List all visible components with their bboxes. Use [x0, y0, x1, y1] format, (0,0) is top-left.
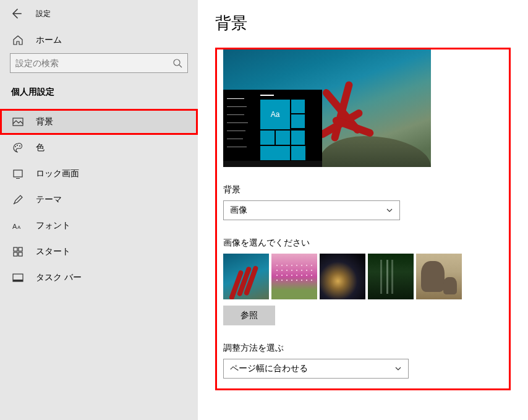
taskbar-icon — [12, 272, 23, 283]
svg-rect-11 — [14, 252, 17, 256]
nav-label: 背景 — [36, 116, 53, 127]
home-nav[interactable]: ホーム — [0, 27, 198, 53]
svg-text:A: A — [12, 223, 17, 230]
svg-rect-10 — [19, 247, 22, 251]
svg-rect-5 — [14, 170, 22, 177]
back-arrow-icon — [10, 7, 22, 20]
nav-label: タスク バー — [36, 272, 82, 283]
thumbnail-4[interactable] — [368, 254, 414, 299]
nav-label: テーマ — [36, 194, 62, 205]
thumbnail-2[interactable] — [271, 254, 317, 299]
nav-lockscreen[interactable]: ロック画面 — [0, 161, 198, 187]
svg-point-3 — [17, 145, 18, 146]
svg-point-2 — [15, 146, 16, 147]
nav-label: ロック画面 — [36, 168, 79, 179]
header-row: 設定 — [0, 0, 198, 27]
fit-dropdown[interactable]: ページ幅に合わせる — [223, 359, 409, 379]
thumbnail-1[interactable] — [223, 254, 269, 299]
choose-image-label: 画像を選んでください — [223, 238, 503, 249]
nav-fonts[interactable]: AA フォント — [0, 213, 198, 239]
nav-taskbar[interactable]: タスク バー — [0, 265, 198, 291]
dropdown-value: 画像 — [230, 205, 247, 216]
nav-label: 色 — [36, 142, 45, 153]
chevron-down-icon — [394, 365, 402, 372]
image-thumbnails — [223, 254, 503, 299]
font-icon: AA — [12, 220, 23, 231]
section-title: 個人用設定 — [0, 82, 198, 109]
nav-themes[interactable]: テーマ — [0, 187, 198, 213]
thumbnail-3[interactable] — [320, 254, 365, 299]
fit-label: 調整方法を選ぶ — [223, 343, 503, 354]
content-area: Aa 背景 画像 画像を選んでください 参照 調整方法を選ぶ ページ幅に合わせ — [215, 48, 511, 390]
start-icon — [12, 246, 23, 257]
nav-color[interactable]: 色 — [0, 135, 198, 161]
palette-icon — [12, 142, 23, 153]
background-type-label: 背景 — [223, 184, 503, 195]
search-icon — [172, 58, 182, 68]
nav-start[interactable]: スタート — [0, 239, 198, 265]
background-type-dropdown[interactable]: 画像 — [223, 200, 400, 220]
desktop-preview: Aa — [223, 49, 431, 167]
nav-label: スタート — [36, 246, 70, 257]
search-box[interactable] — [10, 53, 188, 73]
back-button[interactable] — [10, 7, 22, 20]
search-container — [0, 53, 198, 82]
svg-point-0 — [174, 59, 180, 66]
preview-tile-text: Aa — [260, 100, 290, 129]
brush-icon — [12, 194, 23, 205]
sidebar: 設定 ホーム 個人用設定 背景 色 ロック画面 テー — [0, 0, 198, 420]
home-label: ホーム — [36, 35, 62, 46]
svg-point-4 — [19, 145, 20, 147]
browse-button[interactable]: 参照 — [223, 306, 275, 325]
start-menu-mock: Aa — [223, 90, 322, 167]
main-content: 背景 Aa — [198, 0, 528, 420]
svg-rect-12 — [19, 252, 22, 256]
nav-label: フォント — [36, 220, 70, 231]
picture-icon — [12, 116, 23, 127]
svg-rect-14 — [13, 280, 23, 281]
thumbnail-5[interactable] — [416, 254, 462, 299]
svg-rect-6 — [16, 178, 20, 179]
search-input[interactable] — [15, 58, 172, 68]
dropdown-value: ページ幅に合わせる — [230, 363, 308, 374]
lockscreen-icon — [12, 168, 23, 179]
window-title: 設定 — [36, 9, 51, 19]
svg-rect-9 — [14, 247, 17, 251]
chevron-down-icon — [386, 207, 393, 214]
svg-text:A: A — [17, 225, 21, 230]
page-title: 背景 — [215, 12, 511, 34]
home-icon — [12, 35, 23, 46]
nav-background[interactable]: 背景 — [0, 109, 198, 135]
